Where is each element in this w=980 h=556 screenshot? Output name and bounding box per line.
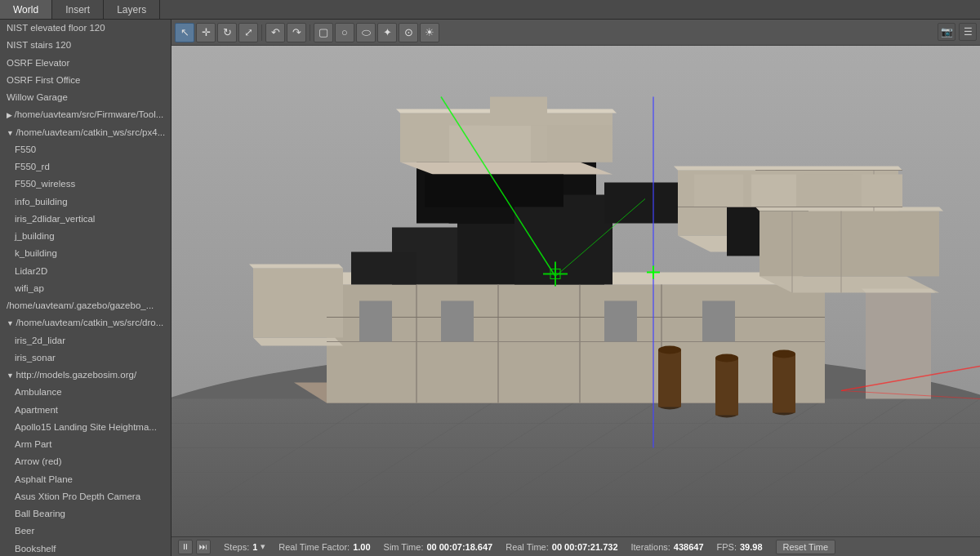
sidebar-item-iris-sonar[interactable]: iris_sonar bbox=[0, 349, 171, 367]
sidebar-item-osrf-firstoffice[interactable]: OSRF First Office bbox=[0, 72, 171, 89]
sidebar-item-firmware-tool[interactable]: /home/uavteam/src/Firmware/Tool... bbox=[0, 106, 171, 123]
sidebar-item-catkin-dro[interactable]: /home/uavteam/catkin_ws/src/dro... bbox=[0, 314, 171, 331]
toolbar-btn-cylinder[interactable]: ⬭ bbox=[356, 23, 376, 42]
steps-label: Steps: bbox=[224, 542, 249, 552]
sidebar-item-f550-rd[interactable]: F550_rd bbox=[0, 158, 171, 176]
real-time-display: Real Time: 00 00:07:21.732 bbox=[506, 542, 617, 552]
svg-rect-20 bbox=[253, 269, 343, 338]
sidebar-item-nist-stairs[interactable]: NIST stairs 120 bbox=[0, 37, 171, 54]
camera-icon[interactable]: 📷 bbox=[938, 23, 956, 41]
sidebar-item-osrf-elevator[interactable]: OSRF Elevator bbox=[0, 55, 171, 72]
sidebar-item-bookshelf[interactable]: Bookshelf bbox=[0, 540, 171, 557]
svg-rect-80 bbox=[862, 175, 902, 207]
sidebar-item-willow-garage[interactable]: Willow Garage bbox=[0, 89, 171, 106]
sidebar-item-gazebosim[interactable]: http://models.gazebosim.org/ bbox=[0, 367, 171, 384]
viewport: ↖✛↻⤢↶↷▢○⬭✦⊙☀ bbox=[172, 20, 980, 556]
svg-point-60 bbox=[715, 354, 738, 363]
svg-point-63 bbox=[773, 350, 795, 358]
menu-icon[interactable]: ☰ bbox=[959, 23, 977, 41]
svg-rect-51 bbox=[359, 301, 392, 342]
sidebar-item-ball-bearing[interactable]: Ball Bearing bbox=[0, 505, 171, 523]
sidebar-item-f550-wireless[interactable]: F550_wireless bbox=[0, 176, 171, 193]
svg-rect-78 bbox=[751, 175, 796, 207]
svg-rect-52 bbox=[441, 301, 474, 342]
toolbar-btn-scale[interactable]: ⤢ bbox=[238, 23, 258, 42]
fps-label: FPS: bbox=[717, 542, 737, 552]
real-time-value: 00 00:07:21.732 bbox=[552, 542, 618, 552]
sidebar-item-k-building[interactable]: k_building bbox=[0, 245, 171, 262]
toolbar-separator-1 bbox=[261, 24, 262, 41]
svg-rect-48 bbox=[547, 126, 612, 162]
sidebar-item-f550[interactable]: F550 bbox=[0, 141, 171, 158]
svg-marker-31 bbox=[674, 167, 902, 171]
sidebar-item-nist-elevated[interactable]: NIST elevated floor 120 bbox=[0, 20, 171, 37]
sidebar-item-wifi-ap[interactable]: wifi_ap bbox=[0, 280, 171, 297]
svg-rect-79 bbox=[804, 175, 853, 207]
sidebar-item-catkin-px4[interactable]: /home/uavteam/catkin_ws/src/px4... bbox=[0, 124, 171, 141]
sidebar-item-info-building[interactable]: info_building bbox=[0, 193, 171, 211]
toolbar-btn-dirlight[interactable]: ☀ bbox=[420, 23, 439, 42]
svg-marker-46 bbox=[862, 289, 935, 293]
viewport-top-right: 📷☰ bbox=[938, 23, 977, 41]
sidebar-item-asphalt-plane[interactable]: Asphalt Plane bbox=[0, 471, 171, 488]
sidebar-list: NIST elevated floor 120NIST stairs 120OS… bbox=[0, 20, 171, 556]
pause-button[interactable]: ⏸ bbox=[178, 540, 193, 554]
main-layout: NIST elevated floor 120NIST stairs 120OS… bbox=[0, 20, 980, 556]
fps-value: 39.98 bbox=[740, 542, 763, 552]
svg-rect-56 bbox=[658, 350, 681, 407]
toolbar-btn-rotate[interactable]: ↻ bbox=[217, 23, 237, 42]
iterations-label: Iterations: bbox=[631, 542, 670, 552]
sim-time-label: Sim Time: bbox=[384, 542, 424, 552]
svg-rect-39 bbox=[351, 252, 416, 285]
svg-rect-77 bbox=[694, 175, 743, 207]
sidebar-item-apartment[interactable]: Apartment bbox=[0, 402, 171, 419]
sidebar-item-arm-part[interactable]: Arm Part bbox=[0, 436, 171, 453]
sidebar-item-iris-2d-lidar[interactable]: iris_2d_lidar bbox=[0, 332, 171, 349]
svg-rect-47 bbox=[449, 126, 531, 162]
toolbar-btn-translate[interactable]: ✛ bbox=[196, 23, 216, 42]
steps-arrow: ▾ bbox=[261, 541, 265, 552]
toolbar-btn-sphere[interactable]: ○ bbox=[335, 23, 354, 42]
svg-marker-44 bbox=[755, 207, 943, 211]
rtf-label: Real Time Factor: bbox=[278, 542, 350, 552]
svg-rect-17 bbox=[327, 285, 825, 403]
tab-world[interactable]: World bbox=[0, 0, 52, 19]
status-bar: ⏸ ⏭ Steps: 1 ▾ Real Time Factor: 1.00 Si… bbox=[172, 536, 980, 556]
real-time-label: Real Time: bbox=[506, 542, 549, 552]
svg-rect-49 bbox=[490, 97, 547, 126]
svg-rect-41 bbox=[604, 183, 678, 224]
reset-time-button[interactable]: Reset Time bbox=[776, 540, 836, 554]
sidebar-item-ambulance[interactable]: Ambulance bbox=[0, 384, 171, 401]
sim-time-value: 00 00:07:18.647 bbox=[426, 542, 492, 552]
svg-point-57 bbox=[658, 346, 681, 354]
tab-insert[interactable]: Insert bbox=[52, 0, 104, 19]
toolbar-btn-spotlight[interactable]: ⊙ bbox=[399, 23, 418, 42]
pause-control: ⏸ ⏭ bbox=[178, 540, 211, 554]
toolbar-btn-box[interactable]: ▢ bbox=[314, 23, 333, 42]
svg-rect-54 bbox=[702, 301, 735, 342]
step-button[interactable]: ⏭ bbox=[196, 540, 211, 554]
steps-display: Steps: 1 ▾ bbox=[224, 541, 265, 552]
toolbar: ↖✛↻⤢↶↷▢○⬭✦⊙☀ bbox=[172, 20, 980, 46]
toolbar-btn-pointlight[interactable]: ✦ bbox=[377, 23, 397, 42]
toolbar-btn-select[interactable]: ↖ bbox=[175, 23, 194, 42]
sidebar-item-asus-xtion[interactable]: Asus Xtion Pro Depth Camera bbox=[0, 488, 171, 505]
sidebar-item-lidar2d[interactable]: Lidar2D bbox=[0, 263, 171, 280]
sidebar-item-arrow-red[interactable]: Arrow (red) bbox=[0, 453, 171, 470]
sidebar-item-beer[interactable]: Beer bbox=[0, 523, 171, 540]
sidebar-item-iris-2dlidar[interactable]: iris_2dlidar_vertical bbox=[0, 211, 171, 228]
toolbar-btn-redo[interactable]: ↷ bbox=[287, 23, 306, 42]
svg-rect-43 bbox=[760, 211, 939, 277]
toolbar-btn-undo[interactable]: ↶ bbox=[265, 23, 285, 42]
sidebar-item-j-building[interactable]: j_building bbox=[0, 228, 171, 245]
sidebar-item-gazebo-path[interactable]: /home/uavteam/.gazebo/gazebo_... bbox=[0, 297, 171, 314]
svg-rect-53 bbox=[604, 301, 637, 342]
rtf-display: Real Time Factor: 1.00 bbox=[278, 542, 370, 552]
tab-layers[interactable]: Layers bbox=[104, 0, 160, 19]
scene-area[interactable] bbox=[172, 46, 980, 556]
svg-rect-62 bbox=[773, 354, 795, 413]
rtf-value: 1.00 bbox=[353, 542, 370, 552]
sidebar-item-apollo15[interactable]: Apollo15 Landing Site Heightma... bbox=[0, 419, 171, 436]
svg-marker-26 bbox=[400, 162, 612, 175]
svg-rect-45 bbox=[866, 293, 931, 399]
